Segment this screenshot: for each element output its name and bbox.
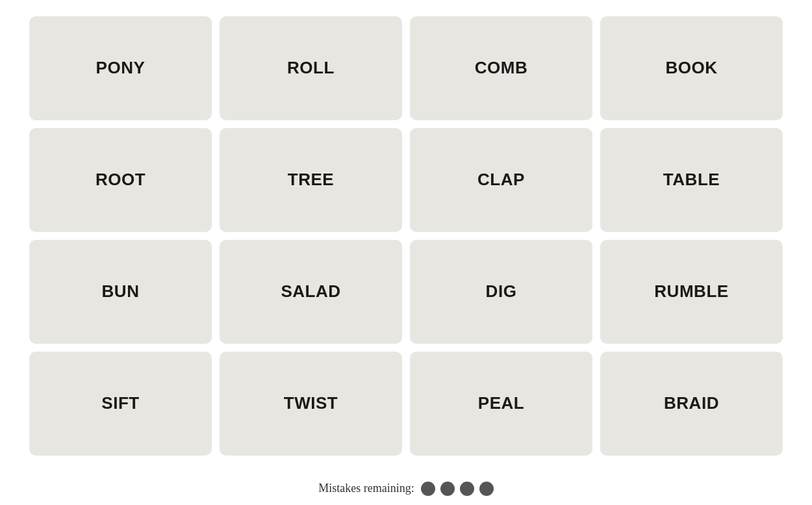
word-card-3[interactable]: BOOK xyxy=(600,16,783,120)
word-label-14: PEAL xyxy=(478,393,524,413)
word-card-15[interactable]: BRAID xyxy=(600,352,783,456)
mistake-dot-2 xyxy=(440,482,455,496)
mistakes-dots xyxy=(421,482,494,496)
word-label-7: TABLE xyxy=(663,170,720,190)
word-label-9: SALAD xyxy=(281,281,340,302)
word-label-6: CLAP xyxy=(477,170,525,190)
word-card-1[interactable]: ROLL xyxy=(220,16,402,120)
word-card-14[interactable]: PEAL xyxy=(410,352,592,456)
mistakes-label: Mistakes remaining: xyxy=(318,482,414,495)
word-label-5: TREE xyxy=(288,170,334,190)
word-label-10: DIG xyxy=(486,281,517,302)
word-card-13[interactable]: TWIST xyxy=(220,352,402,456)
word-card-5[interactable]: TREE xyxy=(220,128,402,232)
word-card-7[interactable]: TABLE xyxy=(600,128,783,232)
word-card-2[interactable]: COMB xyxy=(410,16,592,120)
word-card-4[interactable]: ROOT xyxy=(29,128,212,232)
word-label-12: SIFT xyxy=(101,393,139,413)
word-label-8: BUN xyxy=(102,281,140,302)
mistakes-area: Mistakes remaining: xyxy=(318,482,493,496)
mistake-dot-4 xyxy=(479,482,494,496)
word-label-4: ROOT xyxy=(95,170,146,190)
game-board: PONYROLLCOMBBOOKROOTTREECLAPTABLEBUNSALA… xyxy=(16,3,796,469)
word-card-10[interactable]: DIG xyxy=(410,240,592,344)
mistake-dot-3 xyxy=(460,482,474,496)
word-label-0: PONY xyxy=(96,58,146,78)
word-label-13: TWIST xyxy=(284,393,338,413)
word-label-3: BOOK xyxy=(665,58,717,78)
word-card-12[interactable]: SIFT xyxy=(29,352,212,456)
word-label-1: ROLL xyxy=(287,58,335,78)
word-card-0[interactable]: PONY xyxy=(29,16,212,120)
word-label-2: COMB xyxy=(475,58,528,78)
word-card-8[interactable]: BUN xyxy=(29,240,212,344)
word-label-11: RUMBLE xyxy=(654,281,728,302)
word-card-6[interactable]: CLAP xyxy=(410,128,592,232)
word-card-9[interactable]: SALAD xyxy=(220,240,402,344)
word-label-15: BRAID xyxy=(664,393,719,413)
word-card-11[interactable]: RUMBLE xyxy=(600,240,783,344)
mistake-dot-1 xyxy=(421,482,435,496)
